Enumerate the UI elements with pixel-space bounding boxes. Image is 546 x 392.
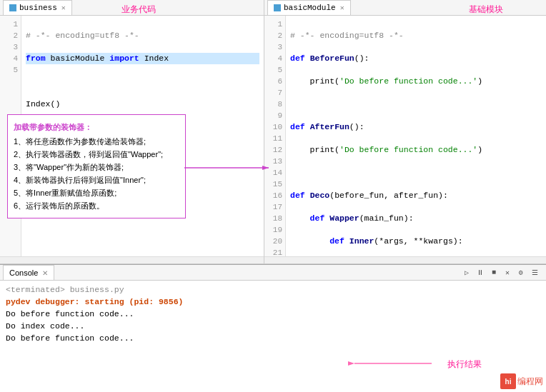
code-line-2: from basicModule import Index — [26, 53, 259, 64]
toolbar-close-btn[interactable]: ✕ — [502, 267, 513, 278]
annotation-box: 加载带参数的装饰器： 1、将任意函数作为参数传递给装饰器; 2、执行装饰器函数，… — [7, 114, 186, 218]
console-terminated-line: <terminated> business.py — [6, 283, 540, 296]
rcode-2: def BeforeFun(): — [290, 53, 542, 64]
annotation-title: 加载带参数的装饰器： — [14, 121, 179, 134]
toolbar-menu-btn[interactable]: ☰ — [529, 267, 540, 278]
console-container: Console ✕ ▷ ⏸ ■ ✕ ⚙ ☰ <terminated> busin… — [0, 264, 546, 392]
file-icon — [9, 4, 16, 11]
right-pane: basicModule ✕ 12345 678910 1112131415 16… — [264, 0, 546, 263]
business-tab-close[interactable]: ✕ — [61, 4, 66, 12]
watermark: hi 编程网 — [500, 373, 543, 389]
left-scrollbar[interactable] — [0, 256, 264, 263]
code-line-3 — [26, 76, 259, 87]
left-pane: business ✕ 1 2 3 4 5 # -*- encoding=utf8… — [0, 0, 264, 263]
basicmodule-tab-close[interactable]: ✕ — [340, 4, 344, 12]
console-output-1: Do before function code... — [6, 308, 540, 320]
annotation-item-6: 6、运行装饰后的原函数。 — [14, 199, 179, 212]
basicmodule-text: 基础模块 — [469, 4, 503, 14]
right-line-numbers: 12345 678910 1112131415 1617181920 2122 — [264, 16, 286, 256]
code-line-4: Index() — [26, 99, 259, 110]
toolbar-stop-btn[interactable]: ■ — [488, 267, 500, 278]
watermark-icon-text: hi — [505, 378, 512, 386]
annotation-item-4: 4、新装饰器执行后得到返回值"Inner"; — [14, 174, 179, 186]
console-tab-label: Console — [9, 268, 38, 277]
file-icon-right — [274, 4, 281, 11]
basicmodule-tab[interactable]: basicModule ✕ — [267, 0, 351, 15]
console-output-3: Do before function code... — [6, 332, 540, 344]
rcode-9: def Wapper(main_fun): — [290, 213, 542, 224]
business-tab-label: business — [19, 4, 57, 12]
console-tab[interactable]: Console ✕ — [3, 265, 54, 280]
basicmodule-tab-label: basicModule — [284, 4, 336, 12]
bizcode-text: 业务代码 — [121, 4, 156, 14]
bizcode-label: 业务代码 — [121, 4, 156, 16]
annotation-item-2: 2、执行装饰器函数，得到返回值"Wapper"; — [14, 148, 179, 161]
watermark-icon: hi — [500, 373, 516, 389]
rcode-5: def AfterFun(): — [290, 121, 542, 133]
toolbar-run-btn[interactable]: ▷ — [461, 267, 472, 278]
annotation-item-3: 3、将"Wapper"作为新的装饰器; — [14, 161, 179, 174]
console-tab-bar: Console ✕ ▷ ⏸ ■ ✕ ⚙ ☰ — [0, 265, 546, 281]
annotation-item-1: 1、将任意函数作为参数传递给装饰器; — [14, 135, 179, 148]
toolbar-settings-btn[interactable]: ⚙ — [515, 267, 527, 278]
basicmodule-label: 基础模块 — [469, 4, 503, 16]
rcode-4 — [290, 99, 542, 110]
right-code-area: 12345 678910 1112131415 1617181920 2122 … — [264, 16, 546, 256]
watermark-text: 编程网 — [517, 376, 543, 388]
right-tab-bar: basicModule ✕ — [264, 0, 546, 16]
business-tab[interactable]: business ✕ — [3, 0, 72, 15]
console-tab-close[interactable]: ✕ — [42, 269, 48, 277]
annotation-item-5: 5、将Inner重新赋值给原函数; — [14, 186, 179, 199]
rcode-6: print('Do before function code...') — [290, 144, 542, 156]
rcode-8: def Deco(before_fun, after_fun): — [290, 190, 542, 201]
console-pydev-line: pydev debugger: starting (pid: 9856) — [6, 296, 540, 308]
console-toolbar: ▷ ⏸ ■ ✕ ⚙ ☰ — [461, 267, 543, 278]
right-code-content[interactable]: # -*- encoding=utf8 -*- def BeforeFun():… — [286, 16, 546, 256]
console-content: <terminated> business.py pydev debugger:… — [0, 281, 546, 392]
rcode-1: # -*- encoding=utf8 -*- — [290, 30, 542, 41]
rcode-7 — [290, 167, 542, 179]
console-output-2: Do index code... — [6, 320, 540, 332]
code-line-1: # -*- encoding=utf8 -*- — [26, 30, 259, 41]
toolbar-pause-btn[interactable]: ⏸ — [475, 267, 486, 278]
rcode-10: def Inner(*args, **kwargs): — [290, 236, 542, 247]
editor-container: business ✕ 1 2 3 4 5 # -*- encoding=utf8… — [0, 0, 546, 264]
right-scrollbar[interactable] — [264, 256, 546, 263]
execution-result-text: 执行结果 — [447, 359, 482, 369]
console-tab-left: Console ✕ — [3, 265, 54, 280]
rcode-3: print('Do before function code...') — [290, 76, 542, 87]
result-label: 执行结果 — [447, 358, 482, 371]
